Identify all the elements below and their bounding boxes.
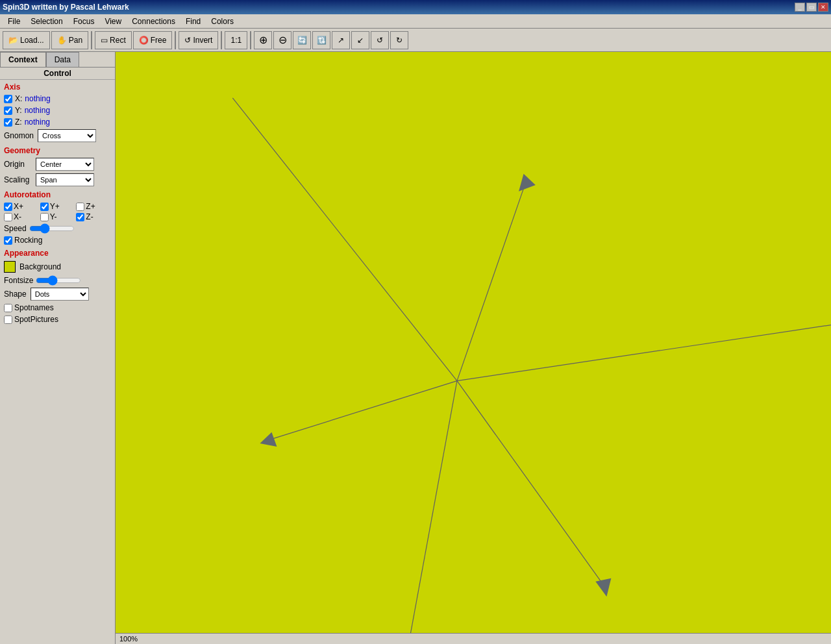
ratio-button[interactable]: 1:1 [225,31,247,49]
svg-rect-0 [116,52,831,644]
yminus-group: Y- [40,212,75,221]
spotpictures-row: SpotPictures [0,314,115,325]
origin-label: Origin [4,160,33,169]
axis-z-label: Z: [15,118,22,127]
xplus-label: X+ [14,202,23,211]
rocking-label: Rocking [14,236,42,245]
shape-select[interactable]: Dots Squares Circles [31,288,89,301]
axis-z-value: nothing [25,118,50,127]
separator3 [221,31,222,49]
shape-row: Shape Dots Squares Circles [0,286,115,302]
invert-button[interactable]: ↺ Invert [179,31,218,49]
separator4 [250,31,251,49]
menu-selection[interactable]: Selection [25,16,68,27]
scaling-select[interactable]: Span Fixed None [36,173,94,186]
background-swatch[interactable] [4,261,16,273]
invert-icon: ↺ [184,36,191,45]
pan-icon: ✋ [57,36,67,45]
nav-btn-6[interactable]: ↻ [390,31,408,49]
spotnames-checkbox[interactable] [4,304,12,312]
nav-btn-1[interactable]: 🔄 [293,31,311,49]
zoom-status: 100% [119,635,138,643]
menubar: File Selection Focus View Connections Fi… [0,14,831,29]
scaling-row: Scaling Span Fixed None [0,172,115,188]
tab-data[interactable]: Data [46,52,79,67]
canvas-area[interactable]: 100% [116,52,831,644]
gnomon-select[interactable]: Cross Axes None [38,129,96,142]
nav-btn-3[interactable]: ↗ [332,31,350,49]
titlebar: Spin3D written by Pascal Lehwark _ ▭ ✕ [0,0,831,14]
zplus-checkbox[interactable] [76,203,84,211]
zoom-in-button[interactable]: ⊕ [254,31,272,49]
speed-row: Speed [0,223,115,234]
speed-label: Speed [4,224,27,233]
fontsize-slider[interactable] [36,276,81,285]
load-button[interactable]: 📂 Load... [3,31,50,49]
main-canvas[interactable] [116,52,831,644]
rocking-checkbox[interactable] [4,236,12,245]
maximize-button[interactable]: ▭ [806,3,817,12]
axis-x-checkbox[interactable] [4,95,12,103]
zoom-out-button[interactable]: ⊖ [273,31,291,49]
yplus-group: Y+ [40,202,75,211]
fontsize-row: Fontsize [0,275,115,286]
rect-button[interactable]: ▭ Rect [95,31,132,49]
panel-title: Control [0,68,115,80]
load-icon: 📂 [8,36,18,45]
window-controls: _ ▭ ✕ [795,3,828,12]
axis-y-value: nothing [25,106,50,115]
menu-view[interactable]: View [99,16,127,27]
xplus-checkbox[interactable] [4,203,12,211]
close-button[interactable]: ✕ [818,3,828,12]
zminus-group: Z- [76,212,111,221]
yminus-checkbox[interactable] [40,213,49,221]
minimize-button[interactable]: _ [795,3,805,12]
gnomon-label: Gnomon [4,131,34,140]
menu-file[interactable]: File [3,16,25,27]
spotpictures-label: SpotPictures [14,315,58,324]
spotnames-row: Spotnames [0,302,115,314]
free-button[interactable]: ⭕ Free [133,31,173,49]
speed-slider[interactable] [29,224,75,233]
yplus-checkbox[interactable] [40,203,49,211]
axis-x-value: nothing [25,94,50,103]
nav-btn-2[interactable]: 🔃 [312,31,330,49]
spotpictures-checkbox[interactable] [4,316,12,324]
tab-bar: Context Data [0,52,115,68]
menu-colors[interactable]: Colors [206,16,239,27]
nav-btn-4[interactable]: ↙ [351,31,369,49]
nav-btn-5[interactable]: ↺ [371,31,389,49]
menu-focus[interactable]: Focus [68,16,100,27]
statusbar: 100% [116,633,831,644]
toolbar: 📂 Load... ✋ Pan ▭ Rect ⭕ Free ↺ Invert 1… [0,29,831,52]
zplus-group: Z+ [76,202,111,211]
main-area: Context Data Control Axis X: nothing Y: … [0,52,831,644]
axis-z-checkbox[interactable] [4,118,12,127]
zminus-checkbox[interactable] [76,213,84,221]
appearance-header: Appearance [0,246,115,259]
axis-y-checkbox[interactable] [4,106,12,115]
rect-icon: ▭ [101,36,108,45]
axis-y-label: Y: [15,106,22,115]
origin-select[interactable]: Center TopLeft BottomLeft [36,158,94,171]
zplus-label: Z+ [86,202,95,211]
autorotation-header: Autorotation [0,188,115,201]
background-label: Background [19,262,61,271]
gnomon-row: Gnomon Cross Axes None [0,128,115,143]
zminus-label: Z- [86,212,93,221]
pan-button[interactable]: ✋ Pan [51,31,88,49]
yminus-label: Y- [50,212,57,221]
rocking-row: Rocking [0,234,115,246]
background-row: Background [0,259,115,275]
axis-x-label: X: [15,94,22,103]
axis-z-row: Z: nothing [0,116,115,128]
menu-connections[interactable]: Connections [127,16,180,27]
xminus-label: X- [14,212,21,221]
autorotation-grid: X+ Y+ Z+ X- Y- Z- [0,201,115,223]
separator2 [175,31,176,49]
menu-find[interactable]: Find [180,16,206,27]
tab-context[interactable]: Context [0,52,46,67]
fontsize-label: Fontsize [4,276,33,285]
app-title: Spin3D written by Pascal Lehwark [3,3,129,12]
xminus-checkbox[interactable] [4,213,12,221]
